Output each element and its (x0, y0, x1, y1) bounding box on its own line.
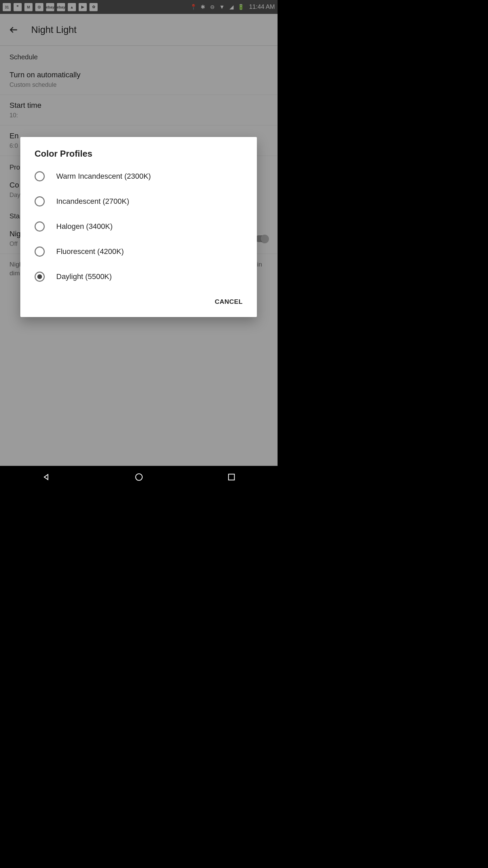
radio-icon (35, 196, 45, 206)
option-incandescent[interactable]: Incandescent (2700K) (20, 189, 257, 214)
nav-home[interactable] (134, 472, 144, 482)
option-label: Fluorescent (4200K) (56, 247, 124, 256)
nav-bar (0, 466, 278, 488)
color-profiles-dialog: Color Profiles Warm Incandescent (2300K)… (20, 137, 257, 317)
nav-back[interactable] (42, 472, 51, 482)
option-fluorescent[interactable]: Fluorescent (4200K) (20, 239, 257, 264)
square-recent-icon (227, 473, 236, 481)
option-warm-incandescent[interactable]: Warm Incandescent (2300K) (20, 164, 257, 189)
triangle-back-icon (42, 473, 51, 481)
radio-icon (35, 272, 45, 282)
dialog-actions: CANCEL (20, 289, 257, 313)
option-daylight[interactable]: Daylight (5500K) (20, 264, 257, 289)
radio-icon (35, 171, 45, 181)
option-label: Daylight (5500K) (56, 272, 112, 281)
option-label: Warm Incandescent (2300K) (56, 172, 151, 181)
radio-icon (35, 246, 45, 257)
option-halogen[interactable]: Halogen (3400K) (20, 214, 257, 239)
option-label: Incandescent (2700K) (56, 197, 129, 206)
radio-icon (35, 221, 45, 232)
dialog-title: Color Profiles (20, 137, 257, 164)
svg-point-0 (136, 474, 142, 480)
option-label: Halogen (3400K) (56, 222, 113, 231)
svg-rect-1 (228, 474, 234, 480)
cancel-button[interactable]: CANCEL (210, 294, 247, 310)
circle-home-icon (135, 473, 143, 481)
nav-recent[interactable] (227, 472, 236, 482)
